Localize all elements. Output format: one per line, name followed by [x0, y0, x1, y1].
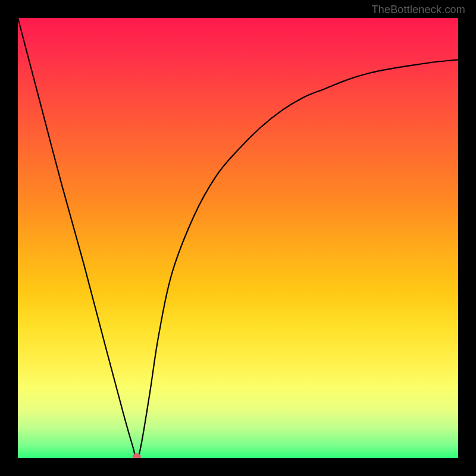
watermark-text: TheBottleneck.com [372, 4, 465, 16]
plot-area [18, 18, 458, 458]
bottleneck-curve [18, 18, 458, 458]
chart-svg [18, 18, 458, 458]
chart-frame: TheBottleneck.com [0, 0, 476, 476]
